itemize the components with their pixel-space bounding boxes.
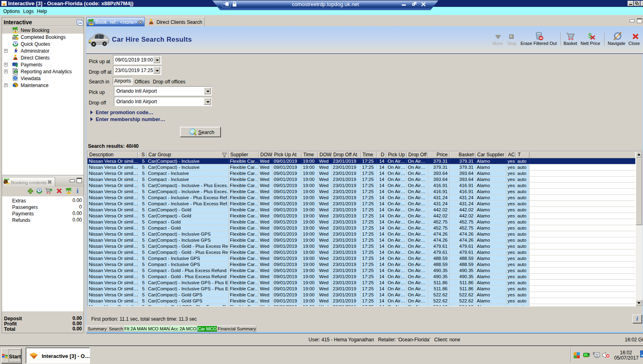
svg-text:$: $ bbox=[15, 63, 18, 68]
